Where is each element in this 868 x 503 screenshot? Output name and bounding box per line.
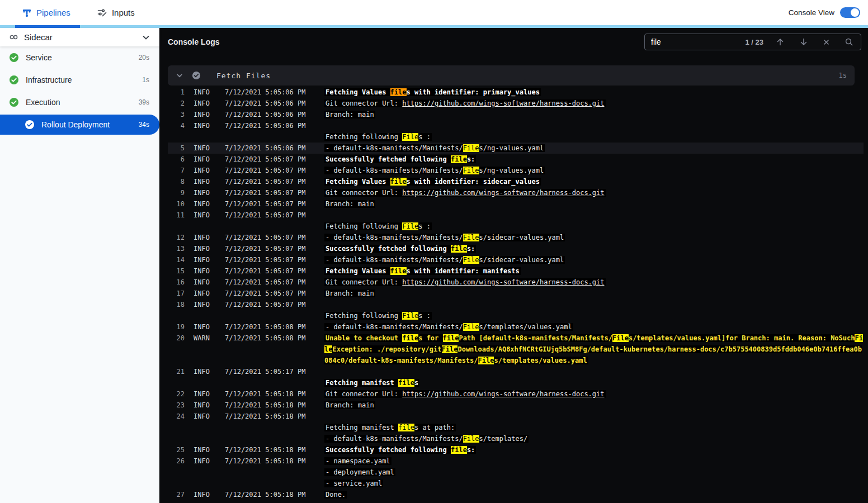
- search-input[interactable]: [645, 37, 745, 46]
- log-link[interactable]: https://github.com/wings-software/harnes…: [402, 390, 604, 398]
- log-line-number: 6: [168, 154, 185, 165]
- log-message: - namespace.yaml: [324, 455, 864, 467]
- log-line-number: 27: [168, 489, 185, 500]
- log-timestamp: 7/12/2021 5:05:06 PM: [225, 98, 315, 109]
- log-level: INFO: [194, 321, 216, 333]
- search-icon[interactable]: [845, 37, 853, 46]
- previous-match-icon[interactable]: [776, 37, 785, 46]
- log-row[interactable]: 25INFO7/12/2021 5:05:18 PMSuccessfully f…: [168, 444, 864, 455]
- log-row[interactable]: 20WARN7/12/2021 5:05:08 PMUnable to chec…: [168, 333, 864, 366]
- toggle-knob: [851, 8, 859, 17]
- log-line-number: 8: [168, 176, 185, 187]
- step-list: Service 20s Infrastructure 1s Execution …: [0, 46, 159, 135]
- log-row[interactable]: 14INFO7/12/2021 5:05:07 PM- default-k8s-…: [168, 254, 864, 265]
- sidebar-item-execution[interactable]: Execution 39s: [0, 91, 159, 113]
- chevron-down-icon[interactable]: [141, 33, 150, 42]
- log-row[interactable]: 5INFO7/12/2021 5:05:06 PM- default-k8s-m…: [168, 143, 864, 154]
- log-row[interactable]: 7INFO7/12/2021 5:05:07 PM- default-k8s-m…: [168, 165, 864, 176]
- log-row[interactable]: 24INFO7/12/2021 5:05:18 PM: [168, 411, 864, 422]
- log-row[interactable]: 10INFO7/12/2021 5:05:07 PMBranch: main: [168, 198, 864, 210]
- log-timestamp: 7/12/2021 5:05:18 PM: [225, 455, 315, 467]
- tab-pipelines[interactable]: Pipelines: [22, 0, 70, 25]
- log-link[interactable]: https://github.com/wings-software/harnes…: [402, 189, 604, 197]
- log-timestamp: 7/12/2021 5:05:06 PM: [225, 120, 315, 131]
- console-view-toggle[interactable]: [840, 7, 860, 18]
- tab-inputs[interactable]: Inputs: [97, 0, 135, 25]
- log-row[interactable]: - deployment.yaml: [168, 467, 864, 478]
- log-line-number: 19: [168, 321, 185, 333]
- log-row[interactable]: 15INFO7/12/2021 5:05:07 PMFetching Value…: [168, 265, 864, 277]
- log-row[interactable]: 3INFO7/12/2021 5:05:06 PMBranch: main: [168, 109, 864, 120]
- log-message: Fetching following Files :: [324, 131, 864, 143]
- log-row[interactable]: Fetching following Files :: [168, 131, 864, 143]
- search-match: file: [390, 267, 407, 275]
- log-row[interactable]: 26INFO7/12/2021 5:05:18 PM- namespace.ya…: [168, 455, 864, 467]
- log-row[interactable]: 1INFO7/12/2021 5:05:06 PMFetching Values…: [168, 87, 864, 98]
- log-row[interactable]: 4INFO7/12/2021 5:05:06 PM: [168, 120, 864, 131]
- search-match: file: [443, 334, 459, 342]
- next-match-icon[interactable]: [799, 37, 808, 46]
- log-row[interactable]: Fetching manifest files at path:: [168, 422, 864, 433]
- log-line-number: 16: [168, 277, 185, 288]
- log-row[interactable]: 16INFO7/12/2021 5:05:07 PMGit connector …: [168, 277, 864, 288]
- log-line-number: 10: [168, 198, 185, 210]
- log-message: - default-k8s-manifests/Manifests/Files/…: [324, 232, 864, 243]
- log-message: Unable to checkout files for filePath [d…: [324, 333, 864, 366]
- search-match: File: [463, 167, 479, 174]
- log-message: Fetching following Files :: [324, 310, 864, 321]
- log-row[interactable]: Fetching manifest files: [168, 377, 864, 388]
- tab-inputs-label: Inputs: [112, 8, 135, 17]
- log-message: Git connector Url: https://github.com/wi…: [324, 98, 864, 109]
- log-row[interactable]: 23INFO7/12/2021 5:05:18 PMBranch: main: [168, 400, 864, 411]
- log-link[interactable]: https://github.com/wings-software/harnes…: [402, 99, 604, 107]
- sidebar-item-service[interactable]: Service 20s: [0, 46, 159, 69]
- close-search-icon[interactable]: [823, 39, 830, 46]
- log-row[interactable]: Fetching following Files :: [168, 221, 864, 232]
- log-row[interactable]: 21INFO7/12/2021 5:05:17 PM: [168, 366, 864, 377]
- stage-header-sidecar[interactable]: Sidecar: [0, 28, 159, 46]
- log-level: INFO: [194, 400, 216, 411]
- sidebar-item-rollout-deployment[interactable]: Rollout Deployment 34s: [0, 115, 159, 135]
- log-row[interactable]: 18INFO7/12/2021 5:05:07 PM: [168, 299, 864, 310]
- log-row[interactable]: 11INFO7/12/2021 5:05:07 PM: [168, 210, 864, 221]
- log-row[interactable]: 27INFO7/12/2021 5:05:18 PMDone.: [168, 489, 864, 500]
- chevron-down-icon[interactable]: [176, 72, 183, 79]
- log-row[interactable]: - service.yaml: [168, 478, 864, 489]
- log-line-number: 23: [168, 400, 185, 411]
- log-message: - default-k8s-manifests/Manifests/Files/…: [324, 321, 864, 333]
- log-line-number: 2: [168, 98, 185, 109]
- log-message: Fetching manifest files: [324, 377, 864, 388]
- log-row[interactable]: 22INFO7/12/2021 5:05:18 PMGit connector …: [168, 388, 864, 400]
- log-message: Fetching Values files with identifier: p…: [324, 87, 864, 98]
- log-row[interactable]: 2INFO7/12/2021 5:05:06 PMGit connector U…: [168, 98, 864, 109]
- log-line-number: 26: [168, 455, 185, 467]
- log-row[interactable]: 13INFO7/12/2021 5:05:07 PMSuccessfully f…: [168, 243, 864, 254]
- log-row[interactable]: - default-k8s-manifests/Manifests/Files/…: [168, 433, 864, 444]
- log-row[interactable]: 6INFO7/12/2021 5:05:07 PMSuccessfully fe…: [168, 154, 864, 165]
- log-level: INFO: [194, 265, 216, 277]
- log-row[interactable]: 8INFO7/12/2021 5:05:07 PMFetching Values…: [168, 176, 864, 187]
- log-link[interactable]: https://github.com/wings-software/harnes…: [402, 278, 604, 286]
- log-level: INFO: [194, 366, 216, 377]
- log-section-header[interactable]: Fetch Files 1s: [168, 65, 855, 86]
- search-match: file: [390, 178, 407, 186]
- log-line-number: 14: [168, 254, 185, 265]
- log-level: INFO: [194, 232, 216, 243]
- log-message: - default-k8s-manifests/Manifests/Files/…: [324, 254, 864, 265]
- log-line-number: 22: [168, 388, 185, 400]
- console-header: Console Logs 1 / 23: [159, 28, 868, 56]
- log-row[interactable]: 19INFO7/12/2021 5:05:08 PM- default-k8s-…: [168, 321, 864, 333]
- top-bar: Pipelines Inputs Console View: [0, 0, 868, 25]
- log-message: Branch: main: [324, 288, 864, 299]
- search-match: File: [442, 345, 458, 353]
- log-row[interactable]: 9INFO7/12/2021 5:05:07 PMGit connector U…: [168, 187, 864, 198]
- log-row[interactable]: 12INFO7/12/2021 5:05:07 PM- default-k8s-…: [168, 232, 864, 243]
- log-line-number: 4: [168, 120, 185, 131]
- search-match-current: file: [390, 88, 407, 96]
- search-match: File: [402, 312, 418, 320]
- log-line-number: 7: [168, 165, 185, 176]
- log-row[interactable]: 17INFO7/12/2021 5:05:07 PMBranch: main: [168, 288, 864, 299]
- log-row[interactable]: Fetching following Files :: [168, 310, 864, 321]
- sidebar-item-infrastructure[interactable]: Infrastructure 1s: [0, 69, 159, 91]
- log-line-number: 18: [168, 299, 185, 310]
